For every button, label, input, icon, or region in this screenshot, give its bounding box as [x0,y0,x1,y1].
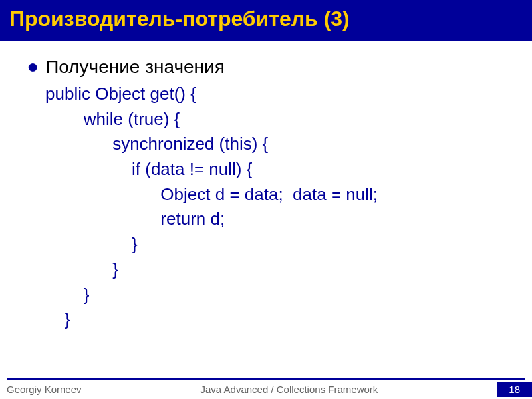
code-line: public Object get() { [45,82,519,107]
footer-course: Java Advanced / Collections Framework [201,384,378,395]
slide-footer: Georgiy Korneev Java Advanced / Collecti… [0,380,532,399]
code-line: return d; [45,207,519,232]
slide-title: Производитель-потребитель (3) [9,7,523,31]
slide-header: Производитель-потребитель (3) [0,0,532,41]
code-line: synchronized (this) { [45,132,519,157]
code-line: Object d = data; data = null; [45,182,519,207]
bullet-item: ● Получение значения [27,54,519,78]
code-line: if (data != null) { [45,157,519,182]
footer-author: Georgiy Korneev [7,384,82,395]
code-line: } [45,232,519,257]
code-block: public Object get() { while (true) { syn… [45,82,519,332]
bullet-text: Получение значения [45,57,225,78]
slide-content: ● Получение значения public Object get()… [0,41,532,378]
footer-page-number: 18 [497,382,532,397]
code-line: while (true) { [45,107,519,132]
code-line: } [45,257,519,283]
bullet-icon: ● [27,57,39,76]
code-line: } [45,283,519,308]
code-line: } [45,307,519,332]
